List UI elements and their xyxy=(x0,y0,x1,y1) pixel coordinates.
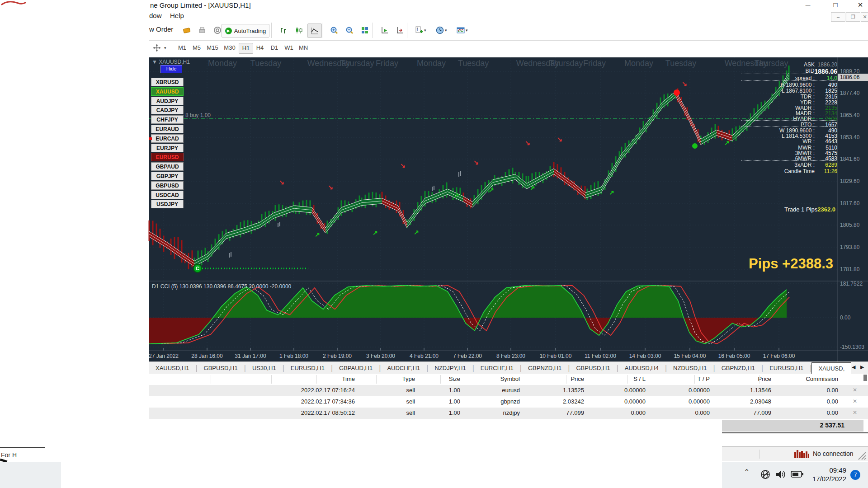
close-position-icon[interactable]: ✕ xyxy=(853,387,857,393)
cell-commission: 0.00 xyxy=(827,398,838,405)
symbol-button-gbpjpy[interactable]: GBPJPY xyxy=(151,172,184,180)
chart-tab-5[interactable]: AUDCHF,H1 xyxy=(381,362,426,374)
symbol-button-chfjpy[interactable]: CHFJPY xyxy=(151,115,184,124)
info-separator xyxy=(741,120,837,121)
cell-symbol: eurusd xyxy=(502,387,520,394)
symbol-button-xbrusd[interactable]: XBRUSD xyxy=(151,78,184,86)
resize-grip-icon[interactable] xyxy=(858,451,867,460)
notification-badge[interactable]: 7 xyxy=(850,470,860,480)
tray-clock[interactable]: 09:49 17/02/2022 xyxy=(812,466,846,483)
speaker-icon[interactable] xyxy=(775,469,786,479)
trade-pips-label: Trade 1 Pips xyxy=(784,206,817,213)
cell-time: 2022.02.17 07:16:24 xyxy=(301,387,355,394)
chart-tab-2[interactable]: US30,H1 xyxy=(246,362,283,374)
close-position-icon[interactable]: ✕ xyxy=(853,409,857,416)
tab-scroll-right-icon[interactable]: ▶ xyxy=(860,364,864,370)
chart-tab-4[interactable]: GBPAUD,H1 xyxy=(333,362,379,374)
foreground-white-window xyxy=(0,425,722,488)
symbol-button-xauusd[interactable]: XAUUSD xyxy=(151,87,184,96)
column-header-symbol[interactable]: Symbol xyxy=(500,375,520,382)
time-tick: 10 Feb 01:00 xyxy=(540,353,572,359)
pips-total-label: Pips +2388.3 xyxy=(749,256,833,272)
svg-text:↗: ↗ xyxy=(414,229,419,236)
battery-icon[interactable] xyxy=(791,471,803,478)
info-separator xyxy=(741,160,837,161)
column-header-price[interactable]: Price xyxy=(571,375,584,382)
close-position-icon[interactable]: ✕ xyxy=(853,398,857,404)
tray-chevron-icon[interactable]: ⌃ xyxy=(744,468,750,476)
table-scrollbar[interactable] xyxy=(863,375,867,381)
svg-text:↘: ↘ xyxy=(525,139,530,146)
info-row-wr-: WR :4643 xyxy=(802,138,837,145)
status-left-text: For H xyxy=(1,451,17,459)
column-header-type[interactable]: Type xyxy=(402,375,415,382)
chart-tab-11[interactable]: NZDUSD,H1 xyxy=(667,362,713,374)
info-value: 2106 xyxy=(815,116,837,122)
price-tick: 1817.60 xyxy=(840,200,859,206)
info-separator xyxy=(741,126,837,127)
price-tick: 1865.40 xyxy=(840,112,859,118)
cci-tick: -150.1303 xyxy=(840,344,864,350)
cell-time: 2022.02.17 08:50:12 xyxy=(301,409,355,416)
no-internet-globe-icon[interactable] xyxy=(760,469,771,480)
cell-price: 1.13525 xyxy=(563,387,584,394)
chart-tab-0[interactable]: XAUUSD,H1 xyxy=(149,362,195,374)
chart-tab-10[interactable]: AUDUSD,H4 xyxy=(618,362,665,374)
symbol-button-eurusd[interactable]: EURUSD xyxy=(151,153,184,161)
table-row: 2022.02.17 08:50:12sell1.00nzdjpy77.0990… xyxy=(149,408,868,419)
symbol-button-eurcad[interactable]: EURCAD xyxy=(151,134,184,143)
day-label: Tuesday xyxy=(250,59,281,68)
day-label: Monday xyxy=(208,59,237,68)
chart-tab-3[interactable]: EURUSD,H1 xyxy=(284,362,331,374)
symbol-button-eurjpy[interactable]: EURJPY xyxy=(151,144,184,152)
status-separator xyxy=(760,450,760,459)
header-separator xyxy=(502,375,502,384)
column-header-time[interactable]: Time xyxy=(342,375,355,382)
header-separator xyxy=(852,375,852,384)
day-label: Monday xyxy=(417,59,446,68)
chart-tab-12[interactable]: GBPNZD,H1 xyxy=(715,362,761,374)
chart-tab-9[interactable]: GBPUSD,H1 xyxy=(570,362,616,374)
cell-price: 77.009 xyxy=(753,409,771,416)
day-label: Thursday xyxy=(549,59,583,68)
chart-tab-8[interactable]: GBPNZD,H1 xyxy=(522,362,568,374)
chart-symbol-label: ▼ XAUUSD,H1 xyxy=(152,59,190,65)
day-label: Thursday xyxy=(754,59,788,68)
chart-tab-14[interactable]: XAUUSD, xyxy=(811,362,851,374)
symbol-button-gbpaud[interactable]: GBPAUD xyxy=(151,162,184,171)
cell-commission: 0.00 xyxy=(827,387,838,394)
info-row-pto-: PTO :1657 xyxy=(801,122,837,128)
chart-tab-6[interactable]: NZDJPY,H1 xyxy=(429,362,472,374)
symbol-button-usdcad[interactable]: USDCAD xyxy=(151,191,184,199)
symbol-button-usdjpy[interactable]: USDJPY xyxy=(151,200,184,208)
column-header-commission[interactable]: Commission xyxy=(806,375,838,382)
info-row-tdr-: TDR :2315 xyxy=(801,94,837,100)
chart-tab-1[interactable]: GBPUSD,H1 xyxy=(198,362,244,374)
header-separator xyxy=(316,375,317,384)
taskbar-left[interactable] xyxy=(0,462,61,488)
hide-button[interactable]: Hide xyxy=(160,65,182,73)
cell-price: 2.03242 xyxy=(563,398,584,405)
connection-bars-icon xyxy=(794,450,810,458)
column-header-sl[interactable]: S / L xyxy=(633,375,646,382)
symbol-button-euraud[interactable]: EURAUD xyxy=(151,125,184,133)
cci-tick: 181.7522 xyxy=(840,281,863,287)
header-separator xyxy=(376,375,377,384)
info-label: PTO : xyxy=(801,122,815,128)
symbol-button-audjpy[interactable]: AUDJPY xyxy=(151,97,184,105)
column-header-tp[interactable]: T / P xyxy=(698,375,710,382)
time-tick: 28 Jan 16:00 xyxy=(191,353,222,359)
time-tick: 4 Feb 21:00 xyxy=(410,353,439,359)
tab-scroll-left-icon[interactable]: ◀ xyxy=(852,364,855,370)
header-separator xyxy=(627,375,628,384)
cell-price: 77.099 xyxy=(566,409,584,416)
cell-commission: 0.00 xyxy=(827,409,838,416)
chart-tab-13[interactable]: EURUSD,H1 xyxy=(763,362,810,374)
header-separator xyxy=(440,375,441,384)
symbol-marker-icon xyxy=(149,137,152,140)
chart-tab-7[interactable]: EURCHF,H1 xyxy=(474,362,520,374)
svg-text:↗: ↗ xyxy=(373,229,378,236)
column-header-size[interactable]: Size xyxy=(449,375,460,382)
symbol-button-cadjpy[interactable]: CADJPY xyxy=(151,106,184,114)
symbol-button-gbpusd[interactable]: GBPUSD xyxy=(151,181,184,190)
